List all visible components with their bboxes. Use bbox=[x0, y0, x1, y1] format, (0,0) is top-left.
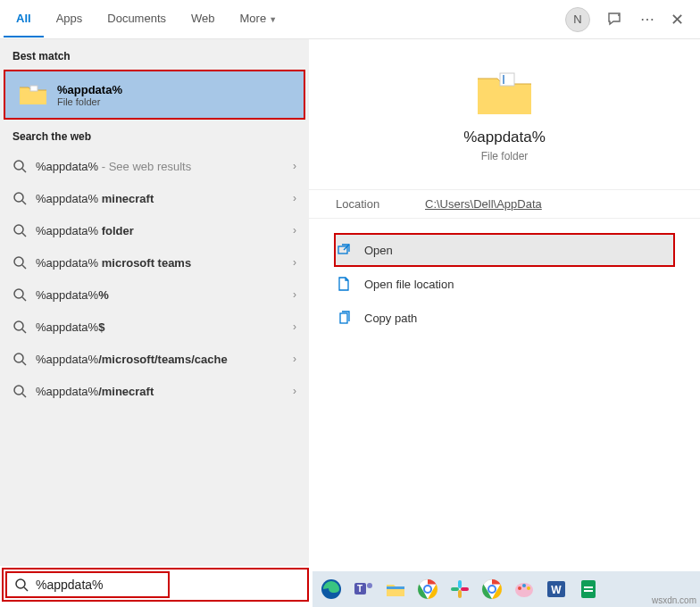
svg-rect-1 bbox=[30, 86, 38, 91]
result-text: %appdata% folder bbox=[36, 224, 293, 237]
action-open-location[interactable]: Open file location bbox=[309, 267, 700, 301]
svg-line-15 bbox=[22, 362, 26, 365]
svg-line-5 bbox=[22, 201, 26, 204]
svg-line-9 bbox=[22, 265, 26, 269]
svg-text:T: T bbox=[357, 584, 362, 594]
search-icon bbox=[12, 255, 27, 270]
svg-rect-19 bbox=[503, 75, 504, 84]
taskbar-chrome2-icon[interactable] bbox=[479, 576, 505, 603]
taskbar-teams-icon[interactable]: T bbox=[350, 576, 377, 603]
search-query-text: %appdata% bbox=[36, 578, 104, 592]
svg-line-7 bbox=[22, 233, 26, 237]
taskbar: T W bbox=[312, 571, 700, 607]
result-text: %appdata%/minecraft bbox=[36, 385, 293, 398]
svg-rect-47 bbox=[584, 586, 593, 588]
best-match-heading: Best match bbox=[0, 39, 309, 70]
svg-rect-21 bbox=[340, 313, 347, 323]
web-result-row[interactable]: %appdata% minecraft› bbox=[0, 182, 309, 214]
chevron-right-icon: › bbox=[293, 192, 296, 204]
search-icon bbox=[12, 352, 27, 366]
action-open[interactable]: Open bbox=[336, 235, 673, 265]
svg-point-22 bbox=[16, 579, 25, 588]
more-options-icon[interactable]: ⋯ bbox=[640, 11, 654, 28]
tab-web[interactable]: Web bbox=[179, 1, 228, 37]
best-match-result[interactable]: %appdata% File folder bbox=[4, 70, 305, 120]
open-icon bbox=[336, 242, 352, 258]
svg-rect-48 bbox=[584, 590, 593, 592]
close-icon[interactable]: ✕ bbox=[671, 10, 684, 29]
taskbar-chrome-icon[interactable] bbox=[414, 576, 441, 603]
svg-point-41 bbox=[518, 586, 521, 590]
tab-more[interactable]: More▼ bbox=[228, 1, 290, 37]
web-result-row[interactable]: %appdata% - See web results› bbox=[0, 150, 309, 182]
taskbar-word-icon[interactable]: W bbox=[543, 576, 570, 603]
svg-point-10 bbox=[14, 289, 23, 298]
location-row: Location C:\Users\Dell\AppData bbox=[309, 189, 700, 219]
feedback-icon[interactable] bbox=[606, 11, 624, 29]
svg-line-23 bbox=[24, 587, 28, 591]
search-icon bbox=[12, 223, 27, 237]
tab-documents[interactable]: Documents bbox=[95, 1, 179, 37]
result-text: %appdata% - See web results bbox=[36, 160, 293, 173]
svg-rect-34 bbox=[451, 587, 459, 591]
tab-all[interactable]: All bbox=[4, 1, 44, 37]
search-box[interactable]: %appdata% bbox=[2, 568, 309, 602]
svg-point-4 bbox=[14, 193, 23, 202]
location-label: Location bbox=[336, 197, 425, 211]
svg-point-27 bbox=[367, 583, 372, 588]
svg-point-12 bbox=[14, 321, 23, 330]
svg-point-2 bbox=[14, 161, 23, 170]
svg-line-13 bbox=[22, 329, 26, 333]
search-icon bbox=[12, 159, 27, 173]
location-path[interactable]: C:\Users\Dell\AppData bbox=[425, 197, 542, 211]
svg-rect-36 bbox=[461, 587, 469, 591]
preview-panel: %appdata% File folder Location C:\Users\… bbox=[309, 39, 700, 566]
svg-point-6 bbox=[14, 225, 23, 234]
web-result-row[interactable]: %appdata%/minecraft› bbox=[0, 375, 309, 407]
svg-text:W: W bbox=[551, 584, 562, 596]
taskbar-paint-icon[interactable] bbox=[511, 576, 538, 603]
web-result-row[interactable]: %appdata% microsoft teams› bbox=[0, 246, 309, 279]
search-icon bbox=[12, 384, 27, 398]
preview-subtitle: File folder bbox=[309, 150, 700, 162]
web-result-row[interactable]: %appdata%%› bbox=[0, 279, 309, 311]
result-text: %appdata%/microsoft/teams/cache bbox=[36, 353, 293, 366]
svg-line-17 bbox=[22, 394, 26, 397]
web-result-row[interactable]: %appdata%$› bbox=[0, 311, 309, 343]
svg-point-0 bbox=[618, 14, 620, 16]
svg-line-3 bbox=[22, 169, 26, 172]
search-icon bbox=[14, 578, 29, 592]
svg-point-16 bbox=[14, 386, 23, 395]
chevron-right-icon: › bbox=[293, 256, 296, 269]
user-avatar[interactable]: N bbox=[565, 7, 590, 32]
svg-point-14 bbox=[14, 353, 23, 362]
search-icon bbox=[12, 287, 27, 302]
file-location-icon bbox=[336, 276, 352, 292]
result-subtitle: File folder bbox=[57, 96, 122, 107]
svg-point-42 bbox=[522, 584, 526, 587]
chevron-down-icon: ▼ bbox=[269, 15, 277, 24]
web-result-row[interactable]: %appdata%/microsoft/teams/cache› bbox=[0, 343, 309, 375]
preview-title: %appdata% bbox=[309, 129, 700, 146]
web-result-row[interactable]: %appdata% folder› bbox=[0, 214, 309, 246]
svg-rect-46 bbox=[581, 580, 596, 598]
chevron-right-icon: › bbox=[293, 160, 296, 172]
result-text: %appdata%$ bbox=[36, 320, 293, 334]
tab-apps[interactable]: Apps bbox=[44, 1, 96, 37]
result-title: %appdata% bbox=[57, 83, 122, 96]
watermark: wsxdn.com bbox=[652, 595, 696, 605]
taskbar-edge-icon[interactable] bbox=[318, 576, 345, 603]
svg-point-39 bbox=[489, 586, 495, 592]
search-icon bbox=[12, 320, 27, 334]
result-text: %appdata% minecraft bbox=[36, 192, 293, 205]
copy-icon bbox=[336, 310, 352, 326]
taskbar-sheets-icon[interactable] bbox=[575, 576, 602, 603]
action-copy-path-label: Copy path bbox=[364, 312, 417, 325]
svg-point-8 bbox=[14, 257, 23, 266]
folder-large-icon bbox=[473, 66, 536, 120]
svg-rect-33 bbox=[458, 580, 462, 588]
action-copy-path[interactable]: Copy path bbox=[309, 301, 700, 335]
action-open-label: Open bbox=[364, 244, 393, 257]
taskbar-explorer-icon[interactable] bbox=[382, 576, 409, 603]
taskbar-slack-icon[interactable] bbox=[446, 576, 473, 603]
